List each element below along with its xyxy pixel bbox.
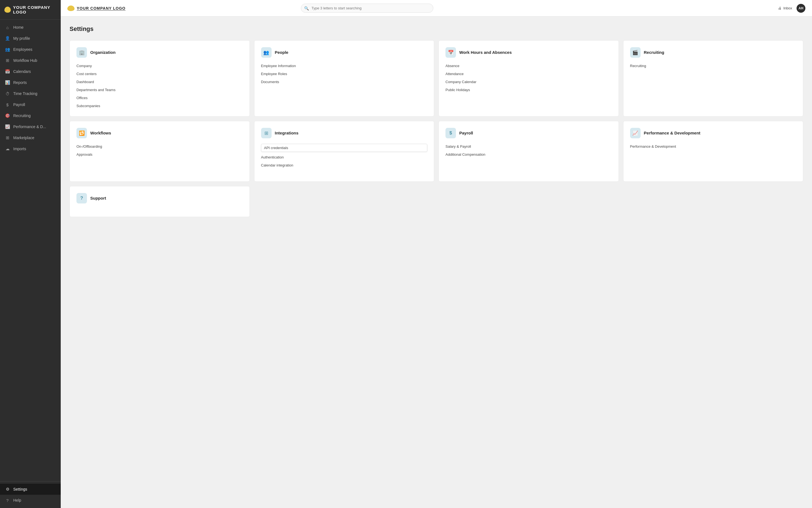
sidebar-item-marketplace[interactable]: ⊞ Marketplace bbox=[0, 132, 61, 143]
organization-title: Organization bbox=[90, 50, 116, 55]
card-work-hours-header: 📅 Work Hours and Absences bbox=[446, 47, 612, 58]
sidebar-nav: ⌂ Home 👤 My profile 👥 Employees ⊞ Workfl… bbox=[0, 19, 61, 481]
sidebar-label-imports: Imports bbox=[13, 146, 26, 151]
header-logo-icon bbox=[67, 5, 75, 11]
settings-grid: 🏢 Organization Company Cost centers Dash… bbox=[70, 40, 803, 182]
sidebar-label-help: Help bbox=[13, 498, 21, 503]
sidebar: YOUR COMPANY LOGO ⌂ Home 👤 My profile 👥 … bbox=[0, 0, 61, 508]
header: YOUR COMPANY LOGO 🔍 🖨 Inbox AH bbox=[61, 0, 812, 16]
sidebar-item-reports[interactable]: 📊 Reports bbox=[0, 77, 61, 88]
org-link-dashboard[interactable]: Dashboard bbox=[77, 79, 243, 84]
card-organization-header: 🏢 Organization bbox=[77, 47, 243, 58]
sidebar-label-performance: Performance & D... bbox=[13, 125, 46, 129]
people-link-employee-info[interactable]: Employee Information bbox=[261, 63, 427, 69]
sidebar-label-recruiting: Recruiting bbox=[13, 114, 31, 118]
int-link-authentication[interactable]: Authentication bbox=[261, 155, 427, 160]
sidebar-item-employees[interactable]: 👥 Employees bbox=[0, 44, 61, 55]
pay-link-additional-compensation[interactable]: Additional Compensation bbox=[446, 152, 612, 157]
search-bar: 🔍 bbox=[301, 4, 433, 13]
sidebar-label-workflow-hub: Workflow Hub bbox=[13, 58, 37, 63]
organization-icon: 🏢 bbox=[77, 47, 87, 58]
sidebar-item-time-tracking[interactable]: ⏱ Time Tracking bbox=[0, 88, 61, 99]
sidebar-label-calendars: Calendars bbox=[13, 69, 31, 74]
org-link-departments-teams[interactable]: Departments and Teams bbox=[77, 87, 243, 92]
sidebar-item-calendars[interactable]: 📅 Calendars bbox=[0, 66, 61, 77]
org-link-offices[interactable]: Offices bbox=[77, 95, 243, 100]
sidebar-label-employees: Employees bbox=[13, 47, 32, 52]
organization-links: Company Cost centers Dashboard Departmen… bbox=[77, 63, 243, 109]
sidebar-label-payroll: Payroll bbox=[13, 102, 25, 107]
wf-link-onoffboarding[interactable]: On-/Offboarding bbox=[77, 144, 243, 149]
people-link-employee-roles[interactable]: Employee Roles bbox=[261, 71, 427, 77]
card-support-header: ? Support bbox=[77, 193, 243, 204]
card-performance-header: 📈 Performance & Development bbox=[630, 128, 797, 138]
org-link-company[interactable]: Company bbox=[77, 63, 243, 69]
performance-links: Performance & Development bbox=[630, 144, 797, 149]
sidebar-item-home[interactable]: ⌂ Home bbox=[0, 22, 61, 33]
people-links: Employee Information Employee Roles Docu… bbox=[261, 63, 427, 84]
header-logo-text: YOUR COMPANY LOGO bbox=[77, 6, 126, 10]
sidebar-label-time-tracking: Time Tracking bbox=[13, 91, 37, 96]
logo-icon bbox=[4, 7, 11, 13]
org-link-subcompanies[interactable]: Subcompanies bbox=[77, 103, 243, 109]
card-integrations: ⊞ Integrations API credentials Authentic… bbox=[254, 121, 435, 182]
work-hours-title: Work Hours and Absences bbox=[459, 50, 512, 55]
wh-link-company-calendar[interactable]: Company Calendar bbox=[446, 79, 612, 84]
help-icon: ? bbox=[5, 498, 10, 503]
home-icon: ⌂ bbox=[5, 25, 10, 30]
sidebar-item-recruiting[interactable]: 🎯 Recruiting bbox=[0, 110, 61, 121]
work-hours-links: Absence Attendance Company Calendar Publ… bbox=[446, 63, 612, 92]
sidebar-logo-text: YOUR COMPANY LOGO bbox=[4, 5, 56, 14]
sidebar-label-my-profile: My profile bbox=[13, 36, 30, 41]
support-title: Support bbox=[90, 196, 106, 201]
workflows-title: Workflows bbox=[90, 130, 111, 136]
int-link-calendar-integration[interactable]: Calendar integration bbox=[261, 163, 427, 168]
sidebar-item-my-profile[interactable]: 👤 My profile bbox=[0, 33, 61, 44]
people-title: People bbox=[275, 50, 288, 55]
org-link-cost-centers[interactable]: Cost centers bbox=[77, 71, 243, 77]
sidebar-item-payroll[interactable]: $ Payroll bbox=[0, 99, 61, 110]
int-link-api-credentials[interactable]: API credentials bbox=[261, 144, 427, 152]
main-area: YOUR COMPANY LOGO 🔍 🖨 Inbox AH Settings … bbox=[61, 0, 812, 508]
time-tracking-icon: ⏱ bbox=[5, 91, 10, 96]
wh-link-attendance[interactable]: Attendance bbox=[446, 71, 612, 77]
reports-icon: 📊 bbox=[5, 80, 10, 85]
workflows-links: On-/Offboarding Approvals bbox=[77, 144, 243, 157]
people-link-documents[interactable]: Documents bbox=[261, 79, 427, 84]
wf-link-approvals[interactable]: Approvals bbox=[77, 152, 243, 157]
sidebar-item-workflow-hub[interactable]: ⊞ Workflow Hub bbox=[0, 55, 61, 66]
settings-icon: ⚙ bbox=[5, 487, 10, 492]
search-input[interactable] bbox=[301, 4, 433, 13]
perf-link-performance-dev[interactable]: Performance & Development bbox=[630, 144, 797, 149]
card-workflows: 🔁 Workflows On-/Offboarding Approvals bbox=[70, 121, 250, 182]
payroll-icon: $ bbox=[5, 102, 10, 107]
card-people: 👥 People Employee Information Employee R… bbox=[254, 40, 435, 117]
rec-link-recruiting[interactable]: Recruiting bbox=[630, 63, 797, 69]
sidebar-logo: YOUR COMPANY LOGO bbox=[0, 0, 61, 19]
header-right: 🖨 Inbox AH bbox=[778, 4, 805, 13]
wh-link-absence[interactable]: Absence bbox=[446, 63, 612, 69]
integrations-title: Integrations bbox=[275, 130, 299, 136]
payroll-card-icon: $ bbox=[446, 128, 456, 138]
header-logo: YOUR COMPANY LOGO bbox=[67, 5, 126, 11]
page-title: Settings bbox=[70, 26, 803, 33]
recruiting-card-title: Recruiting bbox=[644, 50, 664, 55]
card-recruiting: 🎬 Recruiting Recruiting bbox=[623, 40, 804, 117]
avatar-initials: AH bbox=[799, 6, 803, 10]
support-icon: ? bbox=[77, 193, 87, 204]
people-icon: 👥 bbox=[261, 47, 272, 58]
avatar[interactable]: AH bbox=[797, 4, 805, 13]
wh-link-public-holidays[interactable]: Public Holidays bbox=[446, 87, 612, 92]
card-workflows-header: 🔁 Workflows bbox=[77, 128, 243, 138]
sidebar-item-settings[interactable]: ⚙ Settings bbox=[0, 484, 61, 495]
inbox-icon: 🖨 bbox=[778, 6, 782, 10]
pay-link-salary-payroll[interactable]: Salary & Payroll bbox=[446, 144, 612, 149]
workflows-icon: 🔁 bbox=[77, 128, 87, 138]
search-icon: 🔍 bbox=[304, 6, 309, 10]
card-performance: 📈 Performance & Development Performance … bbox=[623, 121, 804, 182]
sidebar-item-performance[interactable]: 📈 Performance & D... bbox=[0, 121, 61, 132]
sidebar-item-imports[interactable]: ☁ Imports bbox=[0, 143, 61, 154]
sidebar-item-help[interactable]: ? Help bbox=[0, 495, 61, 506]
performance-card-icon: 📈 bbox=[630, 128, 641, 138]
inbox-button[interactable]: 🖨 Inbox bbox=[778, 6, 792, 10]
